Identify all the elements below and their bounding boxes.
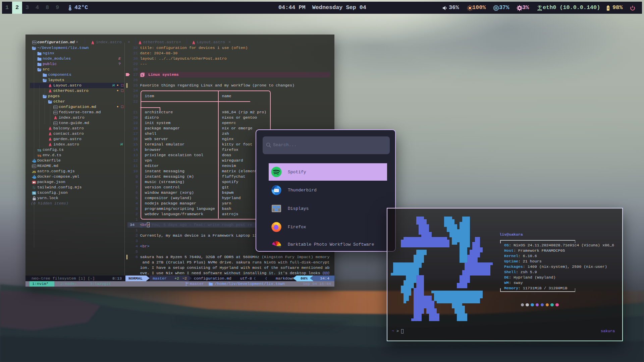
svg-text:TS: TS	[37, 154, 41, 158]
svg-text:TS: TS	[37, 148, 41, 152]
svg-text:1: 1	[141, 73, 143, 77]
